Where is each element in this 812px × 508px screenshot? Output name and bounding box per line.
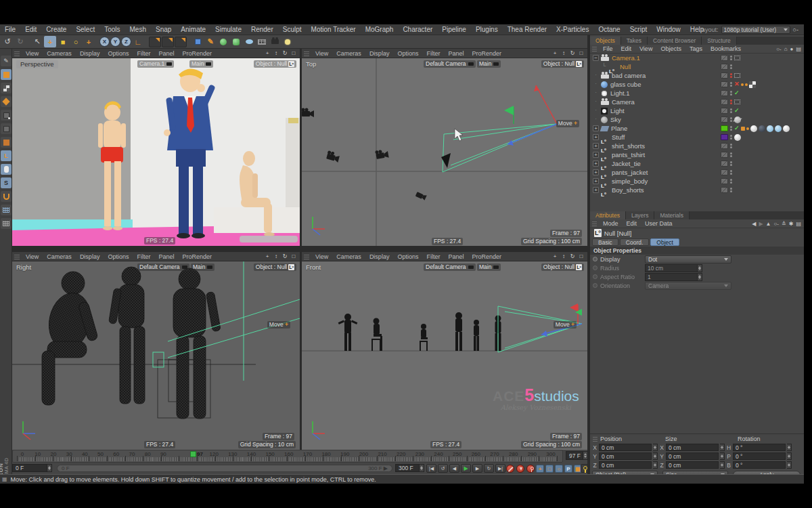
viewport-main-chip[interactable]: Main (477, 263, 501, 271)
stepper-icon[interactable] (653, 444, 658, 451)
stepper-icon[interactable] (787, 444, 792, 451)
stepper-icon[interactable] (720, 461, 725, 469)
tab-content-browser[interactable]: Content Browser (648, 37, 702, 45)
viewport-menu-item[interactable]: Filter (422, 50, 444, 57)
pan-view-icon[interactable]: + (551, 253, 558, 259)
goto-start-button[interactable]: |◀ (426, 464, 436, 473)
goto-end-button[interactable]: ▶| (495, 464, 505, 473)
material-chip[interactable] (783, 125, 790, 132)
layer-chip[interactable] (721, 143, 728, 149)
viewport-menu-item[interactable]: Options (104, 253, 133, 260)
viewport-menu-item[interactable]: Filter (133, 50, 154, 57)
tab-attributes[interactable]: Attributes (590, 211, 626, 219)
rotate-view-icon[interactable]: ↻ (281, 50, 288, 56)
workplane-snap-icon[interactable] (1, 205, 12, 215)
stepper-icon[interactable] (787, 452, 792, 460)
material-chip[interactable] (734, 117, 741, 123)
menu-item[interactable]: Script (625, 26, 652, 33)
current-frame-field[interactable]: 97 F (566, 451, 583, 460)
viewport-menu-item[interactable]: Display (365, 50, 394, 57)
menu-item[interactable]: Animate (176, 26, 210, 33)
drag-handle-icon[interactable] (304, 51, 309, 56)
redo-button[interactable]: ↻ (14, 36, 26, 47)
drag-handle-icon[interactable] (593, 436, 597, 442)
menu-item[interactable]: File (0, 26, 20, 33)
back-icon[interactable]: ◀ (752, 221, 756, 227)
viewport-object-chip[interactable]: Object : NullLº (541, 60, 584, 68)
object-row-shirt-shorts[interactable]: + shirt_shorts (590, 142, 804, 150)
object-row-plane[interactable]: + Plane ✓ (590, 124, 804, 133)
keyframe-toggle-icon[interactable] (593, 274, 597, 279)
viewport-menu-item[interactable]: Cameras (43, 253, 76, 260)
pen-spline-button[interactable]: ✎ (204, 36, 217, 47)
axis-mode-icon[interactable]: L (1, 150, 12, 161)
stepper-icon[interactable] (698, 273, 702, 281)
floor-environment-button[interactable] (256, 36, 268, 47)
layer-chip[interactable] (721, 178, 728, 184)
objects-menu-item[interactable]: Tags (685, 45, 706, 52)
visibility-dots[interactable] (730, 135, 732, 140)
maximize-view-icon[interactable]: □ (578, 50, 585, 56)
dolly-view-icon[interactable]: ↕ (273, 50, 279, 56)
next-frame-button[interactable]: ▶ (472, 464, 482, 473)
visibility-dots[interactable] (730, 161, 732, 166)
viewport-menu-item[interactable]: ProRender (178, 50, 216, 57)
layer-chip[interactable] (721, 161, 728, 167)
camera-tag-icon[interactable] (734, 56, 740, 60)
lock-icon[interactable]: ≙ (782, 221, 786, 227)
tag-icon[interactable] (746, 127, 749, 130)
layer-chip[interactable] (721, 169, 728, 175)
viewport-object-chip[interactable]: Object : NullLº (254, 60, 296, 68)
visibility-dots[interactable] (730, 73, 732, 78)
polygons-mode-icon[interactable] (1, 137, 12, 148)
rotate-view-icon[interactable]: ↻ (569, 50, 576, 56)
visibility-dots[interactable] (730, 82, 732, 87)
timeline-ruler[interactable]: 0102030405060708090110120130140150160170… (12, 450, 563, 463)
viewport-main-chip[interactable]: Main (191, 263, 215, 271)
rotation-field[interactable]: 0 ° (733, 452, 786, 460)
tab-objects[interactable]: Objects (590, 37, 621, 45)
search-icon[interactable]: ○‑ (776, 46, 782, 52)
menu-item[interactable]: Character (398, 26, 437, 33)
menu-item[interactable]: MoGraph (361, 26, 399, 33)
object-row-glass-cube[interactable]: · glass cube ✕ (590, 80, 804, 89)
visibility-dots[interactable] (730, 64, 732, 69)
viewport-menu-item[interactable]: Cameras (43, 50, 76, 57)
tab-takes[interactable]: Takes (621, 37, 648, 45)
size-field[interactable]: 0 cm (666, 461, 719, 469)
keyframe-toggle-icon[interactable] (593, 257, 597, 261)
rotate-view-icon[interactable]: ↻ (281, 253, 288, 259)
viewport-menu-item[interactable]: Options (393, 50, 422, 57)
object-row-light[interactable]: · Light ✓ (590, 106, 804, 115)
expand-icon[interactable]: + (593, 143, 599, 149)
viewport-perspective[interactable]: Perspective Camera.1 Main Object : NullL… (12, 58, 300, 246)
array-generator-button[interactable] (230, 36, 242, 47)
viewport-menu-item[interactable]: View (22, 253, 43, 260)
dolly-view-icon[interactable]: ↕ (560, 253, 567, 259)
render-settings-button[interactable] (175, 37, 187, 47)
expand-icon[interactable]: + (593, 187, 599, 193)
viewport-menu-item[interactable]: Panel (444, 253, 468, 260)
edges-mode-icon[interactable] (1, 123, 12, 134)
key-scale-toggle[interactable]: □ (545, 465, 554, 473)
visibility-dots[interactable] (730, 108, 732, 113)
viewport-menu-item[interactable]: View (311, 253, 332, 260)
panel-menu-icon[interactable]: ▤ (796, 221, 801, 227)
layer-chip[interactable] (721, 117, 728, 123)
viewport-camera-chip[interactable]: Camera.1 (137, 60, 174, 68)
menu-item[interactable]: X-Particles (551, 26, 593, 33)
object-row-null[interactable]: └ Null (590, 62, 804, 71)
visibility-dots[interactable] (730, 117, 732, 122)
search-icon[interactable]: ○‑ (774, 221, 780, 227)
menu-item[interactable]: Pipeline (437, 26, 471, 33)
viewport-menu-item[interactable]: Panel (154, 50, 178, 57)
viewport-front[interactable]: Front Default Camera Main Object : NullL… (302, 261, 587, 450)
viewport-label[interactable]: Front (306, 263, 321, 271)
coordinate-system-button[interactable]: ∟ (132, 36, 144, 47)
eye-icon[interactable]: ● (790, 46, 794, 52)
radius-field[interactable]: 10 cm (645, 264, 698, 272)
lock-z-axis-button[interactable]: Z (121, 37, 131, 47)
viewport-menu-item[interactable]: View (311, 50, 332, 57)
drag-handle-icon[interactable] (14, 51, 20, 56)
keyframe-toggle-icon[interactable] (593, 283, 597, 288)
